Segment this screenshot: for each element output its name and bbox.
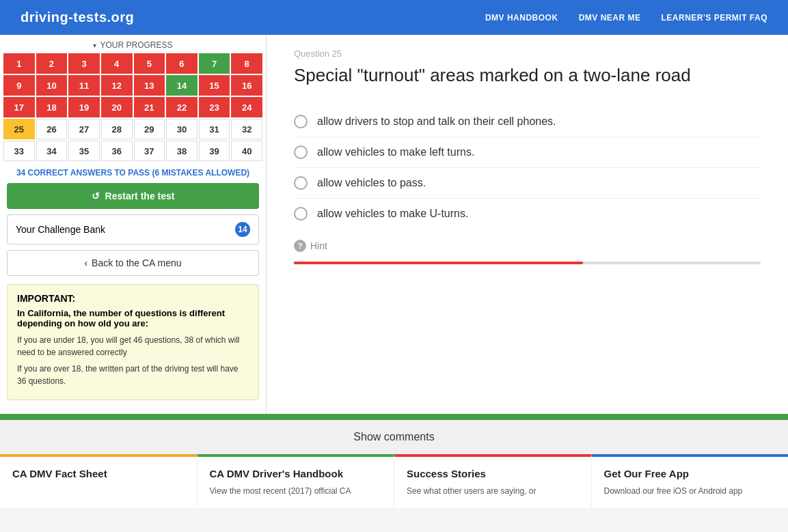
bottom-card-success-stories: Success Stories See what other users are… (394, 454, 592, 508)
grid-cell-31[interactable]: 31 (199, 119, 230, 139)
important-title: IMPORTANT: (17, 293, 249, 304)
grid-cell-19[interactable]: 19 (68, 97, 100, 117)
restart-label: Restart the test (105, 191, 175, 201)
back-icon: ‹ (84, 257, 87, 268)
grid-cell-6[interactable]: 6 (166, 53, 198, 74)
grid-cell-36[interactable]: 36 (101, 141, 133, 161)
challenge-bank-label: Your Challenge Bank (16, 224, 105, 235)
grid-cell-12[interactable]: 12 (101, 75, 133, 96)
radio-circle-b (294, 145, 308, 159)
grid-cell-33[interactable]: 33 (3, 141, 35, 161)
answer-text-d: allow vehicles to make U-turns. (317, 208, 468, 220)
grid-cell-9[interactable]: 9 (3, 75, 35, 96)
grid-cell-30[interactable]: 30 (166, 119, 198, 139)
grid-cell-16[interactable]: 16 (231, 75, 262, 96)
answers-container: allow drivers to stop and talk on their … (294, 107, 761, 229)
pass-info: 34 CORRECT ANSWERS TO PASS (6 MISTAKES A… (0, 161, 266, 183)
grid-cell-27[interactable]: 27 (68, 119, 100, 139)
card-title-free-app: Get Our Free App (604, 468, 776, 479)
grid-cell-7[interactable]: 7 (199, 53, 230, 74)
grid-cell-24[interactable]: 24 (231, 97, 262, 117)
header: driving-tests.org DMV HANDBOOK DMV NEAR … (0, 0, 788, 35)
show-comments-bar[interactable]: Show comments (0, 418, 788, 454)
grid-cell-29[interactable]: 29 (134, 119, 165, 139)
progress-header: ▾ YOUR PROGRESS (0, 35, 266, 53)
grid-cell-1[interactable]: 1 (3, 53, 35, 74)
grid-cell-14[interactable]: 14 (166, 75, 198, 96)
nav-dmv-near-me[interactable]: DMV NEAR ME (579, 13, 641, 23)
important-p2: If you are over 18, the written part of … (17, 363, 249, 387)
answer-option-b[interactable]: allow vehicles to make left turns. (294, 137, 761, 168)
grid-cell-26[interactable]: 26 (36, 119, 68, 139)
grid-cell-38[interactable]: 38 (166, 141, 198, 161)
hint-icon: ? (294, 240, 306, 252)
grid-cell-2[interactable]: 2 (36, 53, 68, 74)
chevron-down-icon: ▾ (93, 42, 96, 49)
nav-learners-permit-faq[interactable]: LEARNER'S PERMIT FAQ (661, 13, 767, 23)
question-grid: 1234567891011121314151617181920212223242… (0, 53, 266, 161)
grid-cell-25[interactable]: 25 (3, 119, 35, 139)
progress-label: YOUR PROGRESS (100, 40, 172, 50)
grid-cell-11[interactable]: 11 (68, 75, 100, 96)
question-number: Question 25 (294, 48, 761, 59)
grid-cell-15[interactable]: 15 (199, 75, 230, 96)
grid-cell-40[interactable]: 40 (231, 141, 262, 161)
bottom-card-ca-dmv-handbook: CA DMV Driver's Handbook View the most r… (198, 454, 395, 508)
answer-option-a[interactable]: allow drivers to stop and talk on their … (294, 107, 761, 137)
grid-cell-21[interactable]: 21 (134, 97, 165, 117)
challenge-bank-button[interactable]: Your Challenge Bank 14 (7, 214, 259, 244)
grid-cell-13[interactable]: 13 (134, 75, 165, 96)
challenge-bank-badge: 14 (235, 222, 250, 237)
right-panel: Question 25 Special "turnout" areas mark… (267, 35, 788, 414)
answer-text-b: allow vehicles to make left turns. (317, 146, 474, 158)
answer-text-c: allow vehicles to pass. (317, 177, 426, 189)
grid-cell-35[interactable]: 35 (68, 141, 100, 161)
radio-circle-d (294, 207, 308, 221)
grid-cell-37[interactable]: 37 (134, 141, 165, 161)
grid-cell-23[interactable]: 23 (199, 97, 230, 117)
main-content: ▾ YOUR PROGRESS 123456789101112131415161… (0, 35, 788, 414)
back-menu-label: Back to the CA menu (92, 257, 182, 268)
answer-option-c[interactable]: allow vehicles to pass. (294, 168, 761, 199)
restart-test-button[interactable]: ↺ Restart the test (7, 183, 259, 209)
grid-cell-28[interactable]: 28 (101, 119, 133, 139)
bottom-card-ca-dmv-fact: CA DMV Fact Sheet (0, 454, 198, 508)
card-title-ca-dmv-fact: CA DMV Fact Sheet (12, 468, 185, 479)
nav-dmv-handbook[interactable]: DMV HANDBOOK (485, 13, 558, 23)
restart-icon: ↺ (92, 191, 100, 201)
bottom-cards: CA DMV Fact Sheet CA DMV Driver's Handbo… (0, 454, 788, 508)
card-text-ca-dmv-handbook: View the most recent (2017) official CA (210, 485, 382, 497)
back-to-ca-menu-button[interactable]: ‹ Back to the CA menu (7, 250, 259, 276)
question-text: Special "turnout" areas marked on a two-… (294, 64, 761, 87)
grid-cell-3[interactable]: 3 (68, 53, 100, 74)
answer-option-d[interactable]: allow vehicles to make U-turns. (294, 199, 761, 229)
answer-text-a: allow drivers to stop and talk on their … (317, 115, 556, 128)
hint-section[interactable]: ? Hint (294, 240, 761, 252)
main-nav: DMV HANDBOOK DMV NEAR ME LEARNER'S PERMI… (485, 13, 767, 23)
card-title-success-stories: Success Stories (407, 468, 579, 479)
card-text-free-app: Download our free iOS or Android app (604, 485, 776, 497)
grid-cell-4[interactable]: 4 (101, 53, 133, 74)
card-title-ca-dmv-handbook: CA DMV Driver's Handbook (210, 468, 382, 479)
site-logo: driving-tests.org (21, 10, 134, 25)
grid-cell-17[interactable]: 17 (3, 97, 35, 117)
left-panel: ▾ YOUR PROGRESS 123456789101112131415161… (0, 35, 267, 414)
grid-cell-5[interactable]: 5 (134, 53, 165, 74)
grid-cell-20[interactable]: 20 (101, 97, 133, 117)
grid-cell-22[interactable]: 22 (166, 97, 198, 117)
grid-cell-32[interactable]: 32 (231, 119, 262, 139)
grid-cell-39[interactable]: 39 (199, 141, 230, 161)
progress-bar-red (294, 262, 583, 264)
important-p1: If you are under 18, you will get 46 que… (17, 334, 249, 359)
radio-circle-c (294, 176, 308, 190)
grid-cell-18[interactable]: 18 (36, 97, 68, 117)
bottom-card-free-app: Get Our Free App Download our free iOS o… (592, 454, 789, 508)
card-text-success-stories: See what other users are saying, or (407, 485, 579, 497)
grid-cell-34[interactable]: 34 (36, 141, 68, 161)
radio-circle-a (294, 115, 308, 128)
grid-cell-8[interactable]: 8 (231, 53, 262, 74)
important-box: IMPORTANT: In California, the number of … (7, 284, 259, 400)
hint-label: Hint (310, 240, 327, 251)
grid-cell-10[interactable]: 10 (36, 75, 68, 96)
progress-bar (294, 262, 761, 264)
